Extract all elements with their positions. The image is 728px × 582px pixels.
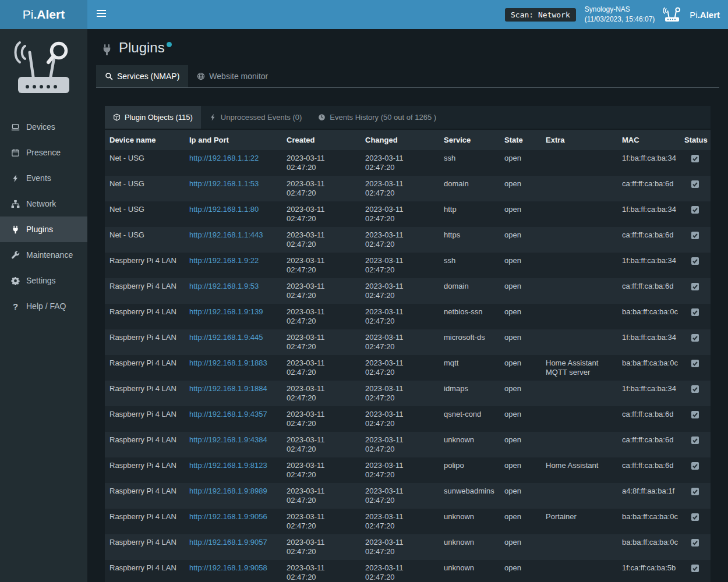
status-checkbox[interactable] bbox=[691, 283, 699, 290]
column-header-state[interactable]: State bbox=[500, 130, 541, 150]
ip-port-link[interactable]: http://192.168.1.9:445 bbox=[189, 333, 263, 342]
plugins-help-badge[interactable] bbox=[167, 42, 172, 47]
column-header-ip-and-port[interactable]: Ip and Port bbox=[185, 130, 282, 150]
hamburger-icon bbox=[96, 9, 107, 20]
cell-device-name: Raspberry Pi 4 LAN bbox=[105, 406, 185, 432]
status-checkbox[interactable] bbox=[691, 488, 699, 495]
cell-mac: 1f:ca:ff:ca:ba:5b bbox=[617, 560, 680, 582]
column-header-extra[interactable]: Extra bbox=[541, 130, 617, 150]
sidebar-item-presence[interactable]: Presence bbox=[0, 140, 87, 165]
status-checkbox[interactable] bbox=[691, 360, 699, 367]
subtab-unprocessed-events-0[interactable]: Unprocessed Events (0) bbox=[201, 106, 310, 129]
ip-port-link[interactable]: http://192.168.1.9:22 bbox=[189, 256, 259, 265]
status-checkbox[interactable] bbox=[691, 411, 699, 418]
ip-port-link[interactable]: http://192.168.1.9:4357 bbox=[189, 410, 267, 418]
ip-port-link[interactable]: http://192.168.1.1:443 bbox=[189, 230, 263, 239]
ip-port-link[interactable]: http://192.168.1.9:4384 bbox=[189, 435, 267, 444]
sidebar-item-events[interactable]: Events bbox=[0, 165, 87, 191]
cell-state: open bbox=[500, 457, 541, 483]
cell-extra bbox=[541, 381, 617, 406]
ip-port-link[interactable]: http://192.168.1.9:53 bbox=[189, 282, 259, 290]
ip-port-link[interactable]: http://192.168.1.9:9056 bbox=[189, 512, 267, 521]
ip-port-link[interactable]: http://192.168.1.9:9057 bbox=[189, 538, 267, 546]
column-header-created[interactable]: Created bbox=[282, 130, 361, 150]
column-header-changed[interactable]: Changed bbox=[361, 130, 439, 150]
page-title: Plugins bbox=[119, 39, 165, 56]
sidebar-item-settings[interactable]: Settings bbox=[0, 268, 87, 293]
cell-status bbox=[680, 227, 711, 253]
cell-service: unknown bbox=[439, 509, 500, 534]
cell-device-name: Raspberry Pi 4 LAN bbox=[105, 355, 185, 381]
ip-port-link[interactable]: http://192.168.1.1:53 bbox=[189, 179, 259, 188]
cell-ip-port: http://192.168.1.9:4384 bbox=[185, 432, 282, 457]
cell-created: 2023-03-11 02:47:20 bbox=[282, 406, 361, 432]
cell-service: idmaps bbox=[439, 381, 500, 406]
status-checkbox[interactable] bbox=[691, 385, 699, 393]
cell-extra bbox=[541, 253, 617, 278]
status-checkbox[interactable] bbox=[691, 513, 699, 521]
status-checkbox[interactable] bbox=[691, 308, 699, 316]
cell-status bbox=[680, 381, 711, 406]
tab-website-monitor[interactable]: Website monitor bbox=[188, 65, 277, 87]
top-navbar: Scan: Network Synology-NAS (11/03/2023, … bbox=[87, 0, 728, 29]
sidebar-item-maintenance[interactable]: Maintenance bbox=[0, 242, 87, 268]
status-checkbox[interactable] bbox=[691, 155, 699, 162]
status-checkbox[interactable] bbox=[691, 180, 699, 188]
cell-created: 2023-03-11 02:47:20 bbox=[282, 304, 361, 329]
ip-port-link[interactable]: http://192.168.1.1:80 bbox=[189, 205, 259, 214]
status-checkbox[interactable] bbox=[691, 334, 699, 342]
cell-extra bbox=[541, 483, 617, 509]
cell-mac: ba:ba:ff:ca:ba:0c bbox=[617, 355, 680, 381]
subtab-plugin-objects-115[interactable]: Plugin Objects (115) bbox=[105, 106, 201, 129]
nmap-services-icon bbox=[105, 72, 113, 80]
status-checkbox[interactable] bbox=[691, 436, 699, 444]
status-checkbox[interactable] bbox=[691, 565, 699, 572]
sidebar-item-label: Plugins bbox=[26, 225, 53, 234]
ip-port-link[interactable]: http://192.168.1.9:8989 bbox=[189, 487, 267, 495]
sidebar-item-network[interactable]: Network bbox=[0, 191, 87, 217]
ip-port-link[interactable]: http://192.168.1.9:9058 bbox=[189, 563, 267, 572]
column-header-status[interactable]: Status bbox=[680, 130, 711, 150]
sidebar-item-label: Maintenance bbox=[26, 250, 73, 260]
presence-calendar-icon bbox=[10, 148, 21, 157]
table-row: Raspberry Pi 4 LANhttp://192.168.1.9:435… bbox=[105, 406, 711, 432]
cell-extra bbox=[541, 329, 617, 355]
sidebar-item-plugins[interactable]: Plugins bbox=[0, 217, 87, 242]
cell-state: open bbox=[500, 150, 541, 176]
column-header-device-name[interactable]: Device name bbox=[105, 130, 185, 150]
cell-mac: ca:ff:ff:ca:ba:6d bbox=[617, 457, 680, 483]
cell-service: domain bbox=[439, 278, 500, 304]
tab-label: Website monitor bbox=[209, 72, 268, 81]
status-checkbox[interactable] bbox=[691, 539, 699, 546]
cell-ip-port: http://192.168.1.9:22 bbox=[185, 253, 282, 278]
column-header-service[interactable]: Service bbox=[439, 130, 500, 150]
cell-ip-port: http://192.168.1.9:1884 bbox=[185, 381, 282, 406]
ip-port-link[interactable]: http://192.168.1.9:139 bbox=[189, 307, 263, 316]
ip-port-link[interactable]: http://192.168.1.9:8123 bbox=[189, 461, 267, 470]
ip-port-link[interactable]: http://192.168.1.9:1883 bbox=[189, 359, 267, 367]
cell-ip-port: http://192.168.1.9:9056 bbox=[185, 509, 282, 534]
sidebar-item-devices[interactable]: Devices bbox=[0, 114, 87, 140]
ip-port-link[interactable]: http://192.168.1.1:22 bbox=[189, 154, 259, 162]
page-header: Plugins bbox=[87, 29, 728, 59]
sidebar-toggle-button[interactable] bbox=[87, 0, 115, 29]
cell-created: 2023-03-11 02:47:20 bbox=[282, 483, 361, 509]
status-checkbox[interactable] bbox=[691, 462, 699, 470]
status-checkbox[interactable] bbox=[691, 257, 699, 265]
cell-ip-port: http://192.168.1.9:8123 bbox=[185, 457, 282, 483]
brand-logo[interactable]: Pi.Alert bbox=[0, 0, 87, 29]
cell-service: http bbox=[439, 201, 500, 227]
cell-device-name: Raspberry Pi 4 LAN bbox=[105, 329, 185, 355]
cell-extra bbox=[541, 278, 617, 304]
cell-status bbox=[680, 329, 711, 355]
plugin-objects-box: Plugin Objects (115)Unprocessed Events (… bbox=[105, 106, 711, 582]
cell-state: open bbox=[500, 560, 541, 582]
tab-services-nmap[interactable]: Services (NMAP) bbox=[96, 65, 188, 87]
subtab-events-history-50-out-of-1265[interactable]: Events History (50 out of 1265 ) bbox=[310, 106, 444, 129]
status-checkbox[interactable] bbox=[691, 206, 699, 214]
column-header-mac[interactable]: MAC bbox=[617, 130, 680, 150]
status-checkbox[interactable] bbox=[691, 232, 699, 239]
cell-service: ssh bbox=[439, 253, 500, 278]
ip-port-link[interactable]: http://192.168.1.9:1884 bbox=[189, 384, 267, 393]
sidebar-item-help-faq[interactable]: ?Help / FAQ bbox=[0, 293, 87, 319]
